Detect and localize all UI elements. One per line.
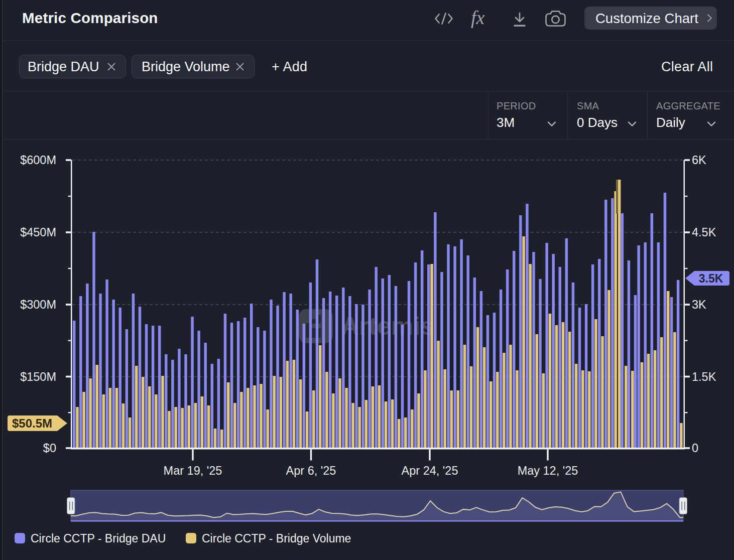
svg-text:3.5K: 3.5K	[699, 272, 723, 285]
svg-text:$300M: $300M	[20, 298, 56, 311]
svg-text:1.5K: 1.5K	[692, 370, 716, 383]
svg-text:0: 0	[692, 442, 698, 455]
svg-text:$150M: $150M	[20, 370, 56, 383]
svg-text:3K: 3K	[692, 298, 706, 311]
svg-text:$450M: $450M	[20, 226, 56, 239]
svg-text:6K: 6K	[692, 154, 706, 167]
svg-text:Mar 19, '25: Mar 19, '25	[164, 464, 222, 477]
svg-text:May 12, '25: May 12, '25	[518, 464, 578, 477]
svg-text:Apr 6, '25: Apr 6, '25	[286, 464, 336, 477]
svg-text:Artemis: Artemis	[341, 312, 434, 340]
svg-text:$0: $0	[43, 442, 56, 455]
svg-text:$600M: $600M	[20, 154, 56, 167]
svg-text:$50.5M: $50.5M	[12, 416, 52, 430]
svg-text:Apr 24, '25: Apr 24, '25	[402, 464, 458, 477]
svg-text:4.5K: 4.5K	[692, 226, 716, 239]
svg-text:Circle CCTP - Bridge Volume: Circle CCTP - Bridge Volume	[202, 532, 351, 545]
svg-text:Circle CCTP - Bridge DAU: Circle CCTP - Bridge DAU	[31, 532, 166, 545]
